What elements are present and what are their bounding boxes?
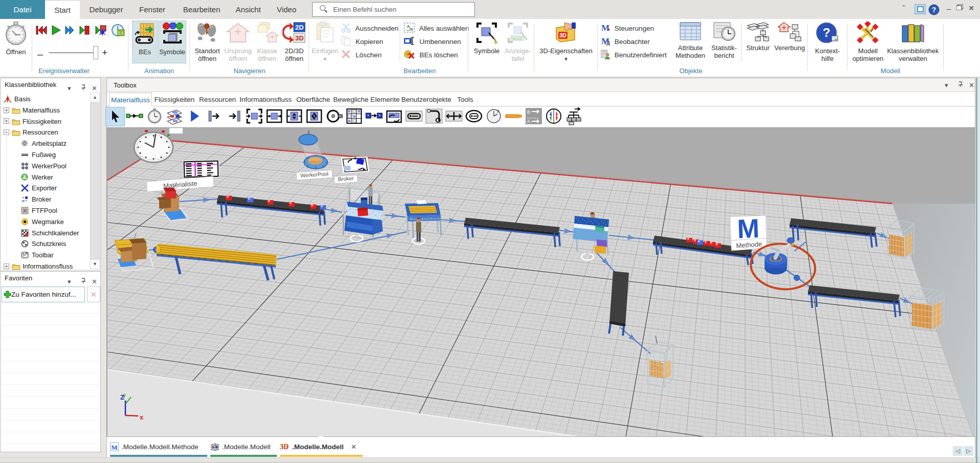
svg-text:A: A: [527, 119, 530, 124]
svg-text:A=10: A=10: [512, 36, 522, 41]
svg-text:x: x: [140, 413, 144, 421]
svg-text:B: B: [410, 27, 413, 32]
svg-text:y: y: [123, 392, 126, 398]
svg-text:M: M: [601, 23, 609, 33]
svg-text:B: B: [527, 109, 530, 115]
svg-text:Broker: Broker: [338, 175, 354, 182]
svg-text:M: M: [111, 444, 117, 451]
svg-text:2D: 2D: [295, 24, 304, 31]
svg-text:A: A: [407, 24, 410, 29]
svg-text:1:1: 1:1: [118, 31, 124, 35]
svg-text:?: ?: [932, 6, 937, 14]
svg-text:?: ?: [823, 26, 831, 39]
svg-text:3D: 3D: [295, 34, 304, 42]
svg-text:3D: 3D: [559, 32, 567, 38]
